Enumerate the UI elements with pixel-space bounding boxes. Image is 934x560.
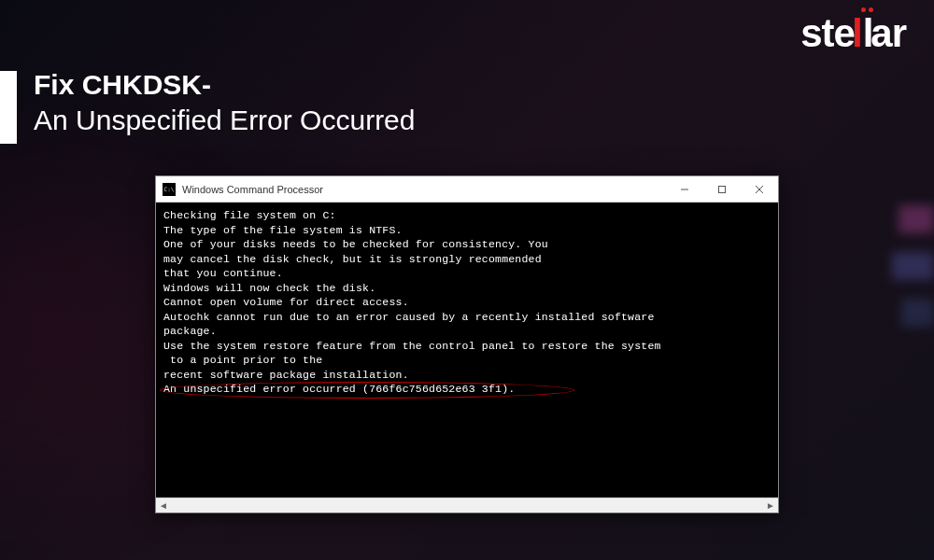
brand-logo: stellar	[800, 11, 906, 56]
terminal-line: that you continue.	[163, 266, 771, 281]
terminal-line: Windows will now check the disk.	[163, 281, 771, 296]
terminal-line: Cannot open volume for direct access.	[163, 295, 771, 310]
terminal-line: Checking file system on C:	[163, 208, 771, 223]
terminal-line: The type of the file system is NTFS.	[163, 223, 771, 238]
scroll-track[interactable]	[171, 498, 763, 512]
terminal-line: Use the system restore feature from the …	[163, 339, 771, 354]
terminal-line: An unspecified error occurred (766f6c756…	[163, 382, 771, 397]
terminal-line: One of your disks needs to be checked fo…	[163, 237, 771, 252]
svg-rect-1	[719, 186, 726, 192]
title-accent-bar	[0, 71, 17, 144]
window-title: Windows Command Processor	[182, 184, 666, 195]
window-titlebar[interactable]: Windows Command Processor	[156, 176, 778, 203]
headline-line1: Fix CHKDSK-	[34, 67, 416, 103]
terminal-line: Autochk cannot run due to an error cause…	[163, 310, 771, 325]
headline-line2: An Unspecified Error Occurred	[34, 103, 416, 138]
scroll-right-arrow-icon[interactable]: ►	[763, 498, 778, 512]
page-title: Fix CHKDSK- An Unspecified Error Occurre…	[0, 67, 416, 144]
terminal-output: Checking file system on C: The type of t…	[156, 203, 778, 497]
minimize-button[interactable]	[666, 176, 703, 202]
cmd-icon	[163, 183, 176, 196]
scroll-left-arrow-icon[interactable]: ◄	[156, 498, 171, 512]
terminal-line: may cancel the disk check, but it is str…	[163, 252, 771, 267]
maximize-button[interactable]	[703, 176, 741, 202]
terminal-line: to a point prior to the	[163, 353, 771, 368]
background-bars	[878, 205, 934, 345]
command-prompt-window: Windows Command Processor Checking file …	[155, 175, 779, 513]
horizontal-scrollbar[interactable]: ◄ ►	[156, 497, 778, 512]
close-button[interactable]	[741, 176, 778, 202]
terminal-line: package.	[163, 324, 771, 339]
terminal-line: recent software package installation.	[163, 368, 771, 383]
